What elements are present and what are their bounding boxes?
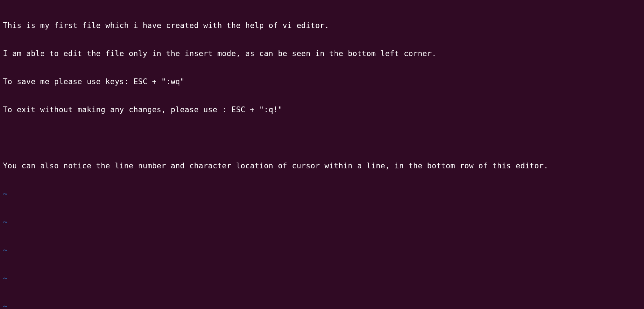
vi-editor-buffer[interactable]: This is my first file which i have creat… bbox=[3, 2, 641, 309]
empty-line-marker: ~ bbox=[3, 245, 641, 255]
empty-line-marker: ~ bbox=[3, 273, 641, 283]
file-content-line: To save me please use keys: ESC + ":wq" bbox=[3, 77, 641, 86]
file-content-line: To exit without making any changes, plea… bbox=[3, 105, 641, 114]
file-content-line: I am able to edit the file only in the i… bbox=[3, 49, 641, 58]
empty-line-marker: ~ bbox=[3, 301, 641, 309]
empty-line-marker: ~ bbox=[3, 217, 641, 227]
file-content-line: You can also notice the line number and … bbox=[3, 161, 641, 171]
file-content-line bbox=[3, 133, 641, 142]
empty-line-marker: ~ bbox=[3, 189, 641, 199]
file-content-line: This is my first file which i have creat… bbox=[3, 21, 641, 30]
